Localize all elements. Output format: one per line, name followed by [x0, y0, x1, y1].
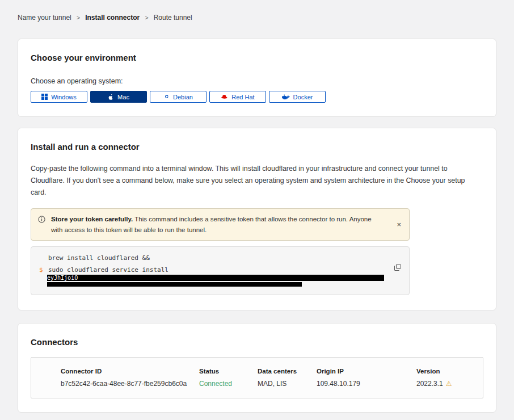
- code-line-2-text: sudo cloudflared service install: [48, 266, 168, 274]
- connectors-card-title: Connectors: [31, 337, 483, 347]
- environment-card: Choose your environment Choose an operat…: [18, 39, 496, 117]
- cell-data-centers: MAD, LIS: [258, 380, 317, 388]
- install-card-title: Install and run a connector: [31, 142, 483, 152]
- status-badge: Connected: [199, 380, 258, 388]
- breadcrumb: Name your tunnel > Install connector > R…: [18, 0, 496, 22]
- install-command-code-block: brew install cloudflared && $ sudo cloud…: [31, 246, 410, 295]
- table-header-row: Connector ID Status Data centers Origin …: [31, 358, 483, 375]
- header-data-centers: Data centers: [258, 368, 317, 375]
- close-icon[interactable]: ×: [395, 220, 402, 229]
- os-button-group: Windows Mac Debian Red Hat: [31, 91, 483, 103]
- token-warning-banner: Store your token carefully. This command…: [31, 208, 410, 241]
- breadcrumb-step-route-tunnel: Route tunnel: [154, 14, 192, 22]
- page: Name your tunnel > Install connector > R…: [0, 0, 514, 420]
- docker-icon: [282, 94, 290, 100]
- cell-connector-id: b7c52c42-6caa-48ee-8c77-fbe259cb6c0a: [61, 380, 199, 388]
- warning-text: Store your token carefully. This command…: [51, 214, 383, 235]
- connectors-table: Connector ID Status Data centers Origin …: [31, 357, 483, 398]
- warning-triangle-icon: ⚠: [446, 380, 452, 387]
- shell-prompt: $: [39, 266, 48, 274]
- install-card: Install and run a connector Copy-paste t…: [18, 128, 496, 310]
- copy-icon[interactable]: [393, 263, 402, 274]
- info-icon: [38, 215, 45, 225]
- header-status: Status: [199, 368, 258, 375]
- header-version: Version: [416, 368, 476, 375]
- breadcrumb-separator: >: [77, 14, 80, 21]
- code-line-2: $ sudo cloudflared service install: [39, 266, 390, 274]
- breadcrumb-separator: >: [145, 14, 148, 21]
- os-button-label: Windows: [51, 94, 77, 100]
- token-redacted-bar: eyJhIjoiO: [47, 275, 384, 281]
- os-button-label: Docker: [293, 94, 313, 100]
- environment-card-title: Choose your environment: [31, 53, 483, 62]
- os-button-mac[interactable]: Mac: [90, 91, 147, 103]
- breadcrumb-step-name-your-tunnel[interactable]: Name your tunnel: [18, 14, 71, 22]
- header-connector-id: Connector ID: [61, 368, 199, 375]
- token-redacted-bar: [47, 282, 302, 287]
- debian-icon: [163, 94, 170, 100]
- breadcrumb-step-install-connector: Install connector: [85, 14, 140, 22]
- os-button-windows[interactable]: Windows: [31, 91, 87, 103]
- warning-text-bold: Store your token carefully.: [51, 216, 133, 222]
- redhat-icon: [221, 94, 228, 99]
- os-button-debian[interactable]: Debian: [150, 91, 207, 103]
- install-description: Copy-paste the following command into a …: [31, 163, 482, 199]
- cell-origin-ip: 109.48.10.179: [317, 380, 416, 388]
- os-button-docker[interactable]: Docker: [269, 91, 326, 103]
- cell-version: 2022.3.1 ⚠: [416, 380, 476, 388]
- os-button-label: Debian: [173, 94, 193, 100]
- version-text: 2022.3.1: [416, 380, 443, 388]
- apple-icon: [108, 93, 114, 100]
- connectors-card: Connectors Connector ID Status Data cent…: [18, 323, 496, 413]
- windows-icon: [41, 94, 48, 100]
- os-button-label: Mac: [117, 94, 129, 100]
- os-button-redhat[interactable]: Red Hat: [209, 91, 266, 103]
- code-line-1: brew install cloudflared &&: [39, 254, 390, 262]
- os-select-label: Choose an operating system:: [31, 77, 483, 85]
- os-button-label: Red Hat: [231, 94, 254, 100]
- table-row: b7c52c42-6caa-48ee-8c77-fbe259cb6c0a Con…: [31, 375, 483, 398]
- header-origin-ip: Origin IP: [317, 368, 416, 375]
